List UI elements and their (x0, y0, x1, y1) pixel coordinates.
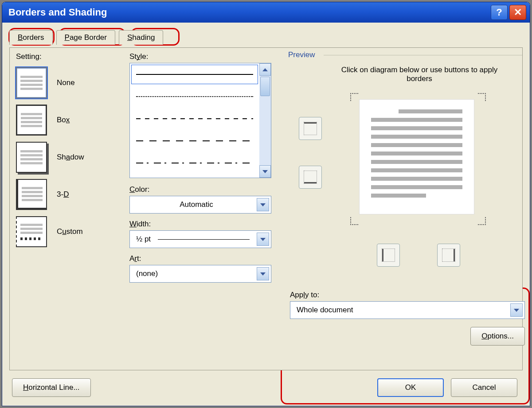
apply-to-value: Whole document (297, 306, 353, 315)
setting-item-label: Custom (57, 227, 83, 236)
scroll-up-button[interactable] (259, 63, 271, 76)
border-bottom-icon (304, 171, 317, 184)
preview-divider (324, 55, 522, 55)
setting-box-icon (16, 105, 47, 136)
width-dropdown[interactable]: ½ pt (129, 230, 271, 248)
border-bottom-button[interactable] (299, 166, 322, 189)
style-option-dots[interactable] (130, 85, 259, 108)
art-label: Art: (129, 254, 271, 263)
setting-3d-icon (16, 179, 47, 210)
style-section: Style: Color (125, 50, 276, 350)
color-dropdown[interactable]: Automatic (129, 196, 271, 214)
preview-diagram[interactable] (359, 99, 474, 214)
help-button[interactable]: ? (491, 5, 508, 20)
art-dropdown-button[interactable] (257, 267, 269, 280)
apply-to-dropdown-button[interactable] (510, 303, 523, 317)
setting-box[interactable]: Box (16, 105, 112, 136)
color-label: Color: (129, 185, 271, 194)
chevron-down-icon (514, 309, 519, 312)
preview-label: Preview (288, 51, 315, 59)
width-dropdown-button[interactable] (257, 233, 269, 246)
apply-to-label: Apply to: (290, 291, 525, 299)
help-icon: ? (496, 7, 502, 18)
setting-label: Setting: (16, 52, 112, 61)
style-scrollbar[interactable] (259, 63, 271, 178)
width-label: Width: (129, 220, 271, 229)
setting-shadow-icon (16, 142, 47, 173)
options-button[interactable]: Options... (470, 327, 525, 346)
close-button[interactable]: ✕ (509, 5, 526, 20)
setting-custom-icon (16, 216, 47, 247)
style-option-dash-fine[interactable] (130, 108, 259, 130)
tab-shading[interactable]: Shading (119, 30, 163, 45)
dialog-window: Borders and Shading ? ✕ Borders Page Bor… (2, 2, 530, 406)
border-left-icon (382, 249, 395, 262)
ok-button[interactable]: OK (377, 378, 444, 397)
setting-item-label: 3-D (57, 190, 69, 199)
preview-section: Preview Click on diagram below or use bu… (284, 51, 524, 283)
client-area: Borders Page Border Shading Setting: Non… (6, 25, 526, 402)
border-top-icon (304, 122, 317, 135)
dialog-buttons: Horizontal Line... OK Cancel (12, 378, 517, 397)
style-option-dashdot[interactable] (130, 152, 259, 174)
scroll-thumb[interactable] (260, 77, 270, 96)
close-icon: ✕ (514, 7, 522, 18)
window-title: Borders and Shading (8, 7, 107, 18)
chevron-down-icon (262, 170, 268, 173)
border-right-button[interactable] (437, 244, 460, 267)
setting-3d[interactable]: 3-D (16, 179, 112, 210)
setting-shadow[interactable]: Shadow (16, 142, 112, 173)
art-dropdown[interactable]: (none) (129, 265, 271, 283)
horizontal-line-button[interactable]: Horizontal Line... (12, 378, 91, 397)
width-value: ½ pt (136, 235, 151, 244)
chevron-down-icon (260, 272, 266, 276)
color-dropdown-button[interactable] (257, 198, 269, 211)
style-list-items (130, 63, 259, 178)
style-option-solid[interactable] (130, 63, 259, 85)
setting-none-icon (16, 67, 47, 98)
scroll-down-button[interactable] (259, 165, 271, 178)
chevron-down-icon (260, 203, 266, 206)
titlebar[interactable]: Borders and Shading ? ✕ (2, 2, 530, 23)
tab-borders[interactable]: Borders (9, 30, 53, 45)
chevron-down-icon (260, 238, 266, 241)
tab-panel: Setting: None Box Shadow 3-D (9, 47, 523, 370)
art-value: (none) (136, 269, 158, 278)
style-label: Style: (129, 52, 271, 61)
setting-item-label: None (57, 78, 75, 87)
color-value: Automatic (136, 200, 257, 209)
chevron-up-icon (262, 68, 268, 71)
corner-marker (350, 93, 358, 101)
corner-marker (350, 217, 358, 225)
cancel-button[interactable]: Cancel (451, 378, 517, 397)
border-right-icon (442, 249, 455, 262)
apply-section: Apply to: Whole document Options... (284, 287, 530, 380)
style-list[interactable] (129, 63, 271, 178)
setting-custom[interactable]: Custom (16, 216, 112, 247)
setting-item-label: Box (57, 116, 70, 124)
scroll-track[interactable] (259, 97, 271, 165)
width-sample-line (158, 239, 250, 240)
setting-none[interactable]: None (16, 67, 112, 98)
tabstrip: Borders Page Border Shading (9, 30, 526, 44)
setting-item-label: Shadow (57, 153, 84, 162)
setting-section: Setting: None Box Shadow 3-D (12, 50, 116, 292)
apply-to-dropdown[interactable]: Whole document (290, 301, 525, 319)
border-left-button[interactable] (377, 244, 400, 267)
style-option-dash[interactable] (130, 130, 259, 152)
corner-marker (478, 217, 486, 225)
tab-page-border[interactable]: Page Border (56, 30, 115, 45)
corner-marker (478, 93, 486, 101)
preview-hint: Click on diagram below or use buttons to… (328, 66, 511, 83)
border-top-button[interactable] (299, 117, 322, 140)
